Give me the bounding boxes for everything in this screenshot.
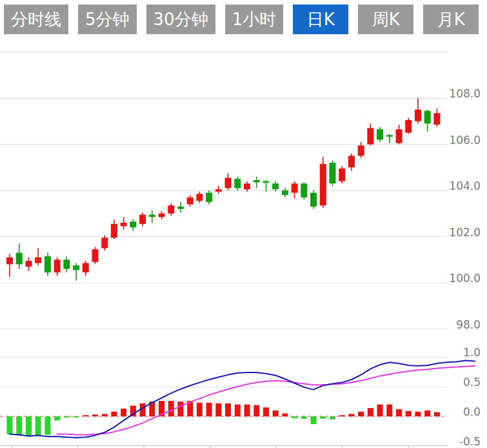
macd-bar [64, 416, 70, 418]
candle-body [234, 179, 241, 188]
macd-bar [111, 412, 117, 416]
price-axis-label: 104.0 [449, 179, 481, 192]
price-axis-labels: 108.0106.0104.0102.0100.098.0 [449, 87, 481, 331]
macd-bar [368, 408, 373, 416]
candle-body [301, 183, 307, 197]
macd-bar [177, 402, 183, 416]
macd-histogram [7, 401, 440, 436]
candle-body [244, 183, 250, 189]
candle-body [424, 111, 431, 124]
macd-bar [377, 405, 383, 416]
period-tabbar: 分时线 5分钟 30分钟 1小时 日K 周K 月K [4, 5, 479, 34]
tab-label: 5分钟 [85, 5, 130, 34]
tab-weekly-k[interactable]: 周K [358, 5, 413, 34]
macd-bar [273, 411, 279, 416]
tab-label: 分时线 [11, 5, 61, 34]
candle-body [433, 113, 440, 125]
macd-bar [406, 411, 412, 416]
candle-body [215, 189, 222, 192]
macd-bar [102, 414, 108, 416]
price-axis-label: 106.0 [449, 134, 481, 147]
macd-bar [235, 405, 241, 416]
tab-label: 日K [307, 5, 335, 34]
macd-bar [386, 405, 392, 416]
macd-bar [121, 409, 126, 416]
macd-bar [396, 409, 402, 416]
candle-body [63, 260, 70, 269]
candle-body [396, 129, 403, 143]
tab-5min[interactable]: 5分钟 [78, 5, 137, 34]
candle-body [149, 215, 155, 218]
tab-monthly-k[interactable]: 月K [423, 5, 479, 34]
macd-axis-label: 0.5 [463, 376, 481, 389]
macd-bar [197, 403, 203, 416]
tab-label: 30分钟 [154, 5, 208, 34]
macd-bar [7, 416, 13, 434]
macd-bar [16, 416, 22, 435]
candle-body [339, 168, 345, 181]
macd-bar [311, 416, 317, 424]
macd-bar [320, 416, 326, 419]
macd-bar [74, 416, 79, 418]
candle-body [225, 178, 232, 188]
candle-body [45, 256, 51, 272]
macd-bar [244, 405, 250, 416]
candle-body [253, 180, 260, 183]
dea-line [57, 366, 475, 435]
price-grid [0, 52, 447, 329]
tab-daily-k[interactable]: 日K [293, 5, 348, 34]
candle-body [111, 224, 117, 238]
macd-bar [348, 414, 354, 416]
macd-bar [54, 416, 60, 420]
macd-bar [225, 403, 231, 416]
candlestick-macd-chart[interactable]: 108.0106.0104.0102.0100.098.01.00.50.0-0… [0, 0, 487, 448]
macd-bar [83, 415, 88, 416]
macd-bar [415, 412, 421, 416]
tab-label: 月K [437, 5, 465, 34]
price-axis-label: 108.0 [449, 87, 481, 100]
macd-axis-label: 0.0 [463, 405, 481, 418]
candle-body [73, 265, 79, 270]
tab-1hour[interactable]: 1小时 [225, 5, 284, 34]
macd-bar [215, 403, 221, 416]
candle-body [405, 120, 412, 133]
candle-body [35, 258, 41, 263]
candle-body [292, 183, 298, 192]
candle-body [177, 207, 184, 209]
tab-30min[interactable]: 30分钟 [146, 5, 215, 34]
macd-bar [92, 414, 98, 416]
candle-body [358, 145, 364, 156]
candle-body [139, 215, 146, 224]
candle-body [168, 205, 174, 214]
macd-bar [168, 401, 174, 416]
macd-bar [35, 416, 41, 436]
candle-body [6, 258, 13, 265]
macd-axis-label: -0.5 [459, 435, 481, 448]
price-axis-label: 102.0 [449, 226, 481, 239]
candle-body [377, 129, 383, 139]
macd-bar [26, 416, 32, 436]
macd-bar [301, 416, 307, 419]
macd-bar [434, 412, 440, 416]
tab-timeline[interactable]: 分时线 [4, 5, 68, 34]
candle-body [54, 260, 61, 272]
tab-label: 1小时 [232, 5, 277, 34]
candle-body [121, 223, 127, 226]
candle-body [83, 263, 89, 272]
candle-body [101, 238, 108, 248]
macd-bar [282, 413, 288, 416]
candle-body [130, 221, 136, 227]
candle-body [310, 193, 317, 207]
macd-bar [424, 411, 430, 416]
candle-body [348, 156, 355, 167]
candle-body [206, 193, 212, 202]
candle-body [282, 190, 288, 195]
candle-body [415, 110, 421, 121]
candle-body [320, 164, 326, 205]
macd-bar [292, 416, 297, 418]
candle-body [329, 163, 335, 183]
tab-label: 周K [372, 5, 400, 34]
macd-bar [358, 412, 364, 416]
macd-bar [206, 403, 212, 416]
candle-body [187, 198, 194, 205]
